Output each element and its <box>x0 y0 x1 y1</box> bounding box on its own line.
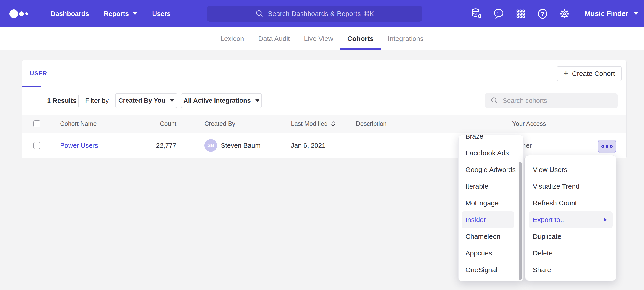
menu-item-duplicate[interactable]: Duplicate <box>526 228 616 245</box>
row-context-menu: View Users Visualize Trend Refresh Count… <box>525 155 616 281</box>
menu-item-google-adwords[interactable]: Google Adwords <box>458 161 524 178</box>
menu-item-view-users[interactable]: View Users <box>526 161 616 178</box>
tab-live-view[interactable]: Live View <box>297 28 340 50</box>
menu-item-delete[interactable]: Delete <box>526 245 616 261</box>
header-last-modified-label: Last Modified <box>291 120 328 127</box>
table-header-row: Cohort Name Count Created By Last Modifi… <box>22 115 626 133</box>
header-your-access: Your Access <box>512 115 546 133</box>
settings-gear-icon[interactable] <box>558 8 570 20</box>
tab-user-label: USER <box>30 70 48 77</box>
results-count: 1 Results <box>47 87 76 115</box>
sort-icon <box>330 120 336 127</box>
tab-lexicon[interactable]: Lexicon <box>213 28 251 50</box>
mixpanel-logo-icon[interactable] <box>9 9 34 19</box>
tab-live-view-label: Live View <box>304 35 333 43</box>
nav-reports[interactable]: Reports <box>104 10 138 18</box>
menu-item-export-to[interactable]: Export to... <box>529 211 613 228</box>
cohorts-panel: USER + Create Cohort 1 Results Filter by… <box>22 60 627 158</box>
data-nav-tabs: Lexicon Data Audit Live View Cohorts Int… <box>0 28 644 50</box>
tab-user-cohorts[interactable]: USER <box>30 60 48 87</box>
tab-data-audit[interactable]: Data Audit <box>251 28 297 50</box>
chevron-down-icon <box>170 99 174 102</box>
menu-item-appcues[interactable]: Appcues <box>458 245 524 261</box>
dot-icon <box>601 145 604 148</box>
create-cohort-button[interactable]: + Create Cohort <box>557 66 622 81</box>
cohort-type-tabstrip: USER + Create Cohort <box>22 60 626 87</box>
cohort-search <box>485 93 618 108</box>
export-destination-list: Braze Facebook Ads Google Adwords Iterab… <box>458 135 524 278</box>
workspace-name: Music Finder <box>584 10 628 18</box>
top-nav-right: ? <box>471 0 638 28</box>
svg-text:?: ? <box>541 11 544 17</box>
submenu-arrow-icon <box>604 217 607 222</box>
select-all-checkbox[interactable] <box>33 120 40 127</box>
submenu-scrollbar[interactable] <box>519 162 522 280</box>
tab-data-audit-label: Data Audit <box>258 35 290 43</box>
cohorts-page: Dashboards Reports Users Search Dashboar… <box>0 0 644 290</box>
chevron-down-icon <box>255 99 260 102</box>
menu-item-share[interactable]: Share <box>526 261 616 278</box>
tab-cohorts[interactable]: Cohorts <box>340 28 381 50</box>
tab-cohorts-label: Cohorts <box>347 35 374 43</box>
menu-item-moengage[interactable]: MoEngage <box>458 195 524 211</box>
integrations-filter-label: All Active Integrations <box>184 97 251 104</box>
header-cohort-name: Cohort Name <box>60 115 97 133</box>
dot-icon <box>610 145 613 148</box>
cohort-name-link[interactable]: Power Users <box>60 142 98 149</box>
menu-item-refresh-count[interactable]: Refresh Count <box>526 195 616 211</box>
header-last-modified[interactable]: Last Modified <box>291 115 336 133</box>
tab-integrations-label: Integrations <box>388 35 424 43</box>
menu-item-visualize-trend[interactable]: Visualize Trend <box>526 178 616 195</box>
nav-dashboards-label: Dashboards <box>51 10 89 18</box>
tab-integrations[interactable]: Integrations <box>381 28 431 50</box>
nav-reports-label: Reports <box>104 10 129 18</box>
row-actions-button[interactable] <box>598 139 616 153</box>
apps-grid-icon[interactable] <box>515 8 526 20</box>
export-to-submenu: Braze Facebook Ads Google Adwords Iterab… <box>458 135 524 281</box>
cohort-count: 22,777 <box>120 133 176 158</box>
row-checkbox[interactable] <box>33 142 40 149</box>
plus-icon: + <box>564 69 568 78</box>
menu-item-braze[interactable]: Braze <box>458 135 524 144</box>
last-modified-date: Jan 6, 2021 <box>291 133 326 158</box>
table-row: Power Users 22,777 SB Steven Baum Jan 6,… <box>22 133 626 158</box>
workspace-switcher[interactable]: Music Finder <box>584 10 638 18</box>
top-nav: Dashboards Reports Users Search Dashboar… <box>0 0 644 28</box>
integrations-filter-dropdown[interactable]: All Active Integrations <box>181 93 262 108</box>
header-description: Description <box>356 115 387 133</box>
created-by-filter-dropdown[interactable]: Created By You <box>115 93 177 108</box>
header-count: Count <box>120 115 176 133</box>
header-created-by: Created By <box>204 115 235 133</box>
top-nav-links: Dashboards Reports Users <box>51 10 170 18</box>
avatar: SB <box>204 139 217 152</box>
global-search-placeholder: Search Dashboards & Reports ⌘K <box>268 10 374 18</box>
data-management-icon[interactable] <box>471 8 483 20</box>
help-icon[interactable]: ? <box>537 8 548 20</box>
filter-by-label: Filter by <box>85 87 109 115</box>
menu-item-iterable[interactable]: Iterable <box>458 178 524 195</box>
chevron-down-icon <box>133 12 137 15</box>
nav-dashboards[interactable]: Dashboards <box>51 10 89 18</box>
search-icon <box>255 9 264 18</box>
menu-item-facebook-ads[interactable]: Facebook Ads <box>458 144 524 161</box>
tab-lexicon-label: Lexicon <box>220 35 244 43</box>
nav-users[interactable]: Users <box>152 10 170 18</box>
nav-users-label: Users <box>152 10 170 18</box>
created-by-filter-label: Created By You <box>118 97 165 104</box>
export-to-label: Export to... <box>533 216 566 224</box>
search-icon <box>490 96 498 105</box>
feedback-icon[interactable] <box>493 8 505 20</box>
menu-item-chameleon[interactable]: Chameleon <box>458 228 524 245</box>
created-by-name: Steven Baum <box>221 142 260 149</box>
divider <box>78 95 79 107</box>
chevron-down-icon <box>634 12 638 15</box>
filter-toolbar: 1 Results Filter by Created By You All A… <box>22 87 626 115</box>
create-cohort-label: Create Cohort <box>572 70 615 78</box>
menu-item-onesignal[interactable]: OneSignal <box>458 261 524 278</box>
dot-icon <box>606 145 608 148</box>
menu-item-insider[interactable]: Insider <box>462 211 514 228</box>
global-search-input[interactable]: Search Dashboards & Reports ⌘K <box>207 6 422 22</box>
cohort-search-input[interactable] <box>503 97 618 104</box>
